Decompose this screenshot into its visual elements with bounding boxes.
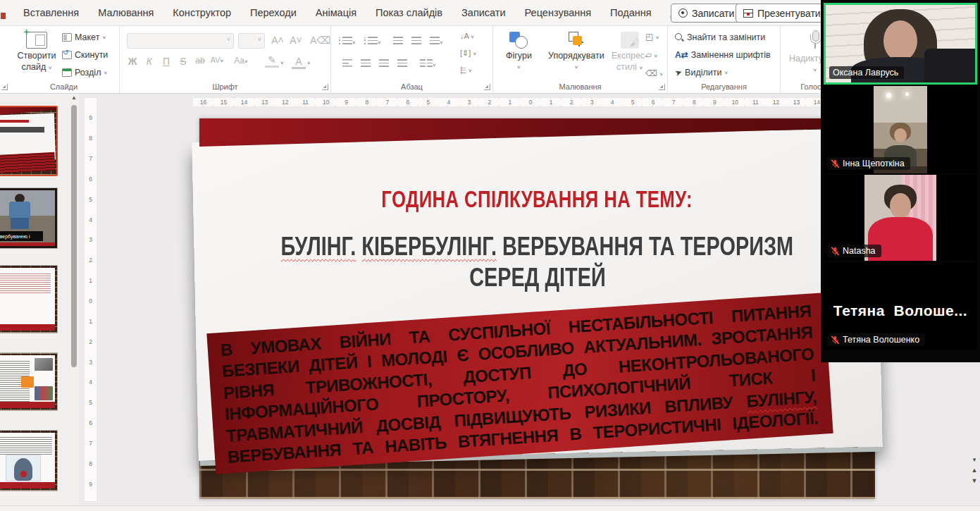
- shape-fill-button[interactable]: ◰ ˅: [645, 32, 659, 42]
- find-replace-button[interactable]: Знайти та замінити: [675, 32, 765, 42]
- thumb-text-lines: [0, 436, 52, 455]
- highlight-color-button[interactable]: ✎: [265, 54, 279, 68]
- vruler-number: 5: [85, 393, 97, 413]
- shrink-font-button[interactable]: A˅: [289, 35, 303, 46]
- scroll-down-arrow[interactable]: ▾: [973, 457, 976, 463]
- vruler-number: 2: [85, 250, 97, 271]
- participant-tile-3[interactable]: Natasha: [824, 175, 977, 261]
- participant-tile-4[interactable]: Тетяна Волоше...Тетяна Волошенко: [824, 262, 977, 350]
- ribbon-tab-1[interactable]: Вставлення: [23, 7, 79, 18]
- columns-button[interactable]: ˅: [420, 57, 436, 70]
- slide-thumbnail-2[interactable]: у, вербуванню і: [0, 187, 58, 249]
- replace-fonts-icon: A⇄: [675, 50, 688, 60]
- participant-tile-1[interactable]: Оксана Лаврусь: [824, 3, 977, 85]
- record-button[interactable]: Записати: [671, 4, 742, 23]
- underline-button[interactable]: П: [159, 56, 173, 67]
- slide-thumbnail-1[interactable]: [0, 106, 58, 176]
- slide-title[interactable]: ГОДИНА СПІЛКУВАННЯ НА ТЕМУ:: [199, 186, 875, 213]
- vruler-number: 9: [85, 108, 97, 128]
- video-conference-panel: Оксана ЛаврусьІнна ЩепоткінаNatashaТетян…: [821, 0, 980, 362]
- grow-font-button[interactable]: A˄: [271, 35, 285, 46]
- bold-button[interactable]: Ж: [125, 56, 139, 67]
- drawing-dialog-launcher[interactable]: [659, 84, 665, 90]
- vertical-ruler: 9876543210123456789: [84, 97, 97, 502]
- hruler-number: 13: [254, 99, 275, 106]
- font-size-combo[interactable]: [238, 33, 265, 49]
- participant-name: Natasha: [843, 246, 876, 256]
- clear-formatting-button[interactable]: A⌫: [310, 35, 324, 46]
- slide-subtitle[interactable]: БУЛІНГ. КІБЕРБУЛІНГ. ВЕРБУВАННЯ ТА ТЕРОР…: [199, 231, 875, 294]
- shadow-button[interactable]: S: [176, 56, 190, 67]
- horizontal-ruler: 1615141312111098765432101234567891011121…: [192, 97, 828, 107]
- shape-outline-button[interactable]: ▱ ˅: [645, 50, 657, 60]
- font-group: A˄ A˅ A⌫ Ж К П S ab AV˅ Aa˅ ✎ ˅ A ˅ Шриф…: [120, 26, 331, 93]
- thumb-red-bar: [0, 482, 55, 488]
- vruler-number: 6: [85, 413, 97, 433]
- eraser-button[interactable]: ⌫ ˅: [645, 68, 663, 78]
- align-center-button[interactable]: [361, 57, 371, 70]
- vruler-number: 5: [85, 189, 97, 209]
- shapes-button[interactable]: Фігури˅: [506, 32, 532, 71]
- paragraph-group-label: Абзац: [331, 82, 492, 91]
- thumb-text-lines: [0, 272, 51, 293]
- hruler-number: 2: [562, 99, 582, 106]
- highlight-color-dropdown[interactable]: ˅: [280, 60, 284, 66]
- font-color-button[interactable]: A: [292, 56, 306, 69]
- select-button[interactable]: ➤ Виділити˅: [675, 68, 728, 78]
- section-button[interactable]: Розділ˅: [62, 68, 107, 78]
- participant-display-name: Тетяна Волоше...: [824, 302, 977, 319]
- font-color-dropdown[interactable]: ˅: [307, 60, 311, 66]
- bullets-button[interactable]: ˅: [342, 35, 356, 47]
- participant-tile-2[interactable]: Інна Щепоткіна: [824, 86, 977, 173]
- change-case-button[interactable]: Aa˅: [234, 56, 248, 66]
- font-dialog-launcher[interactable]: [322, 84, 328, 90]
- slide-thumbnail-3[interactable]: [0, 265, 58, 333]
- new-slide-button[interactable]: Створити слайд ˅: [15, 32, 58, 73]
- italic-button[interactable]: К: [142, 56, 156, 67]
- paragraph-group: ˅ ˅ ˅ ↓A ˅ [⇕] ˅ ⬱ ˅ ˅ Абзац: [331, 26, 493, 93]
- slide-thumbnail-4[interactable]: [0, 352, 58, 411]
- hruler-number: 5: [623, 99, 643, 106]
- ribbon-tab-8[interactable]: Рецензування: [525, 7, 592, 18]
- muted-mic-icon: [831, 159, 840, 168]
- ribbon-tab-5[interactable]: Анімація: [316, 7, 356, 18]
- font-group-label: Шрифт: [120, 82, 330, 91]
- ribbon-tab-4[interactable]: Переходи: [250, 7, 297, 18]
- character-spacing-button[interactable]: AV˅: [210, 56, 224, 64]
- next-slide-button[interactable]: ▼: [972, 478, 978, 484]
- ribbon-tab-3[interactable]: Конструктор: [173, 7, 231, 18]
- paragraph-dialog-launcher[interactable]: [484, 84, 490, 90]
- justify-button[interactable]: [397, 57, 407, 70]
- font-name-combo[interactable]: [127, 33, 234, 49]
- thumbnails-scrollbar[interactable]: ▲: [70, 94, 77, 505]
- decrease-indent-button[interactable]: [393, 35, 403, 47]
- vruler-number: 3: [85, 352, 97, 372]
- numbering-button[interactable]: ˅: [368, 35, 381, 47]
- align-text-button[interactable]: [⇕] ˅: [460, 49, 476, 58]
- increase-indent-button[interactable]: [411, 35, 421, 47]
- line-spacing-button[interactable]: ˅: [430, 35, 443, 47]
- previous-slide-button[interactable]: ▲: [972, 467, 978, 474]
- ribbon-tab-2[interactable]: Малювання: [98, 7, 154, 18]
- slide-thumbnail-5[interactable]: [0, 430, 58, 491]
- ribbon-tab-7[interactable]: Записати: [461, 7, 506, 18]
- thumb-image-photo: [35, 358, 53, 371]
- scrollbar-up-arrow[interactable]: ▲: [70, 94, 77, 102]
- strikethrough-button[interactable]: ab: [193, 56, 207, 66]
- ribbon-tab-9[interactable]: Подання: [610, 7, 652, 18]
- reset-button[interactable]: Скинути: [62, 50, 108, 60]
- ribbon-tab-6[interactable]: Показ слайдів: [376, 7, 442, 18]
- hruler-number: 10: [316, 99, 336, 106]
- clipboard-dialog-launcher[interactable]: [1, 84, 8, 90]
- align-left-button[interactable]: [342, 57, 352, 70]
- text-direction-button[interactable]: ↓A ˅: [460, 32, 474, 40]
- thumb-alert-dot: [20, 471, 27, 477]
- convert-smartart-button[interactable]: ⬱ ˅: [460, 66, 472, 75]
- scrollbar-thumb[interactable]: [71, 105, 77, 367]
- vruler-number: 1: [85, 271, 97, 291]
- quick-styles-button[interactable]: Експрес- стилі ˅: [612, 32, 647, 73]
- arrange-button[interactable]: Упорядкувати˅: [548, 32, 604, 71]
- layout-button[interactable]: Макет˅: [62, 32, 106, 42]
- align-right-button[interactable]: [379, 57, 389, 70]
- replace-fonts-button[interactable]: A⇄ Замінення шрифтів: [675, 50, 771, 60]
